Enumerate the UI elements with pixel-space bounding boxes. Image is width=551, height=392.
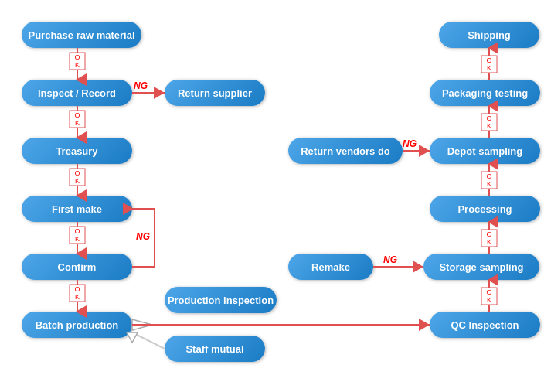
processing-node: Processing xyxy=(430,196,540,222)
return-vendors-node: Return vendors do xyxy=(288,138,403,164)
storage-node: Storage sampling xyxy=(423,254,539,280)
svg-text:K: K xyxy=(75,235,80,243)
svg-text:NG: NG xyxy=(403,138,417,149)
svg-text:O: O xyxy=(74,169,80,177)
remake-node: Remake xyxy=(288,254,373,280)
first-make-node: First make xyxy=(22,196,132,222)
svg-text:O: O xyxy=(74,53,80,61)
svg-text:K: K xyxy=(75,119,80,127)
svg-text:NG: NG xyxy=(383,254,397,265)
svg-rect-41 xyxy=(481,172,497,189)
svg-text:NG: NG xyxy=(134,80,148,91)
svg-rect-11 xyxy=(70,111,85,128)
svg-text:K: K xyxy=(75,61,80,69)
svg-text:O: O xyxy=(74,227,80,235)
svg-rect-19 xyxy=(70,227,85,244)
treasury-node: Treasury xyxy=(22,138,132,164)
svg-text:K: K xyxy=(487,238,491,246)
staff-mutual-node: Staff mutual xyxy=(165,336,265,362)
svg-rect-5 xyxy=(70,53,85,70)
svg-rect-31 xyxy=(481,56,497,73)
depot-node: Depot sampling xyxy=(430,138,540,164)
qc-node: QC Inspection xyxy=(430,312,540,338)
svg-text:NG: NG xyxy=(136,231,150,242)
svg-rect-15 xyxy=(70,169,85,186)
return-supplier-node: Return supplier xyxy=(165,80,265,106)
svg-text:O: O xyxy=(486,56,491,64)
inspect-node: Inspect / Record xyxy=(22,80,132,106)
batch-prod-node: Batch production xyxy=(22,312,132,338)
svg-text:K: K xyxy=(487,180,491,188)
svg-marker-27 xyxy=(132,319,152,330)
svg-text:K: K xyxy=(75,177,80,185)
svg-text:K: K xyxy=(487,64,491,72)
svg-rect-24 xyxy=(70,285,85,302)
svg-text:O: O xyxy=(486,114,491,122)
shipping-node: Shipping xyxy=(439,22,539,48)
confirm-node: Confirm xyxy=(22,254,132,280)
packaging-node: Packaging testing xyxy=(430,80,540,106)
svg-text:K: K xyxy=(75,293,80,301)
svg-rect-35 xyxy=(481,114,497,131)
svg-text:O: O xyxy=(486,172,491,180)
purchase-node: Purchase raw material xyxy=(22,22,141,48)
svg-rect-51 xyxy=(481,288,497,305)
svg-rect-45 xyxy=(481,230,497,247)
svg-text:O: O xyxy=(486,288,491,296)
svg-text:O: O xyxy=(486,230,491,238)
svg-text:O: O xyxy=(74,285,80,293)
svg-text:K: K xyxy=(487,122,491,130)
svg-text:K: K xyxy=(487,296,491,304)
prod-inspection-node: Production inspection xyxy=(165,287,277,313)
svg-text:O: O xyxy=(74,111,80,119)
